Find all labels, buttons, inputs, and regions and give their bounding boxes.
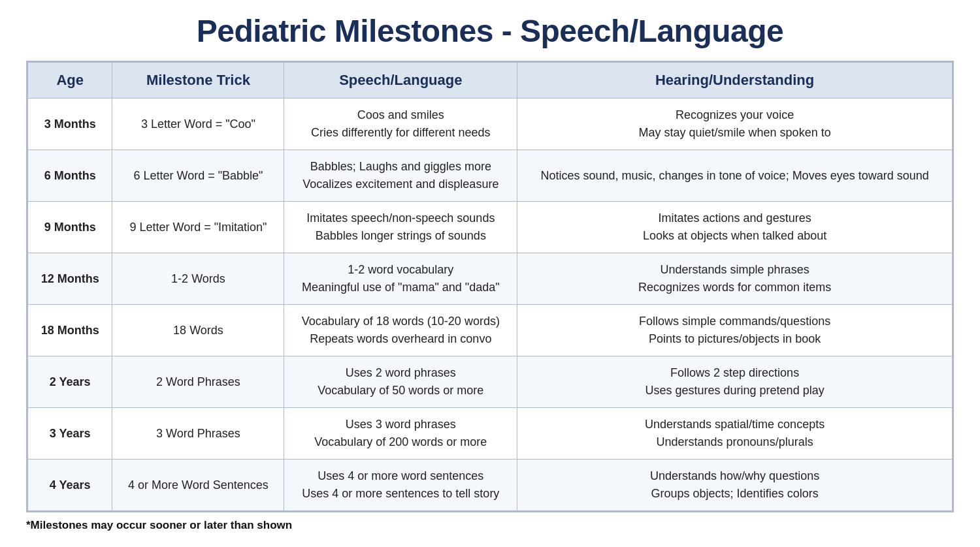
- page-title: Pediatric Milestones - Speech/Language: [197, 13, 784, 49]
- cell-trick: 18 Words: [112, 305, 284, 356]
- cell-trick: 4 or More Word Sentences: [112, 460, 284, 511]
- cell-hearing: Understands spatial/time conceptsUnderst…: [517, 408, 953, 460]
- cell-speech: Uses 3 word phrasesVocabulary of 200 wor…: [284, 408, 517, 460]
- cell-age: 3 Months: [28, 99, 112, 150]
- cell-hearing: Understands how/why questionsGroups obje…: [517, 460, 953, 511]
- cell-trick: 1-2 Words: [112, 253, 284, 305]
- table-row: 12 Months1-2 Words1-2 word vocabularyMea…: [28, 253, 953, 305]
- cell-age: 18 Months: [28, 305, 112, 356]
- col-header-speech: Speech/Language: [284, 63, 517, 99]
- col-header-hearing: Hearing/Understanding: [517, 63, 953, 99]
- table-row: 6 Months6 Letter Word = "Babble"Babbles;…: [28, 150, 953, 202]
- cell-speech: 1-2 word vocabularyMeaningful use of "ma…: [284, 253, 517, 305]
- table-header-row: Age Milestone Trick Speech/Language Hear…: [28, 63, 953, 99]
- cell-age: 3 Years: [28, 408, 112, 460]
- cell-hearing: Follows 2 step directionsUses gestures d…: [517, 356, 953, 408]
- table-row: 3 Years3 Word PhrasesUses 3 word phrases…: [28, 408, 953, 460]
- cell-trick: 3 Letter Word = "Coo": [112, 99, 284, 150]
- table-row: 2 Years2 Word PhrasesUses 2 word phrases…: [28, 356, 953, 408]
- cell-speech: Coos and smilesCries differently for dif…: [284, 99, 517, 150]
- cell-hearing: Notices sound, music, changes in tone of…: [517, 150, 953, 202]
- cell-age: 9 Months: [28, 202, 112, 253]
- table-row: 3 Months3 Letter Word = "Coo"Coos and sm…: [28, 99, 953, 150]
- table-row: 4 Years4 or More Word SentencesUses 4 or…: [28, 460, 953, 511]
- cell-age: 2 Years: [28, 356, 112, 408]
- cell-trick: 9 Letter Word = "Imitation": [112, 202, 284, 253]
- cell-hearing: Imitates actions and gesturesLooks at ob…: [517, 202, 953, 253]
- cell-hearing: Recognizes your voiceMay stay quiet/smil…: [517, 99, 953, 150]
- cell-speech: Imitates speech/non-speech soundsBabbles…: [284, 202, 517, 253]
- cell-age: 4 Years: [28, 460, 112, 511]
- milestones-table-wrapper: Age Milestone Trick Speech/Language Hear…: [26, 61, 954, 512]
- footnote: *Milestones may occur sooner or later th…: [26, 519, 954, 532]
- cell-age: 12 Months: [28, 253, 112, 305]
- col-header-age: Age: [28, 63, 112, 99]
- cell-hearing: Understands simple phrasesRecognizes wor…: [517, 253, 953, 305]
- cell-trick: 2 Word Phrases: [112, 356, 284, 408]
- cell-speech: Vocabulary of 18 words (10-20 words)Repe…: [284, 305, 517, 356]
- table-row: 18 Months18 WordsVocabulary of 18 words …: [28, 305, 953, 356]
- table-row: 9 Months9 Letter Word = "Imitation"Imita…: [28, 202, 953, 253]
- cell-speech: Babbles; Laughs and giggles moreVocalize…: [284, 150, 517, 202]
- milestones-table: Age Milestone Trick Speech/Language Hear…: [27, 62, 953, 511]
- cell-trick: 3 Word Phrases: [112, 408, 284, 460]
- cell-age: 6 Months: [28, 150, 112, 202]
- cell-hearing: Follows simple commands/questionsPoints …: [517, 305, 953, 356]
- cell-trick: 6 Letter Word = "Babble": [112, 150, 284, 202]
- cell-speech: Uses 2 word phrasesVocabulary of 50 word…: [284, 356, 517, 408]
- table-body: 3 Months3 Letter Word = "Coo"Coos and sm…: [28, 99, 953, 511]
- col-header-trick: Milestone Trick: [112, 63, 284, 99]
- cell-speech: Uses 4 or more word sentencesUses 4 or m…: [284, 460, 517, 511]
